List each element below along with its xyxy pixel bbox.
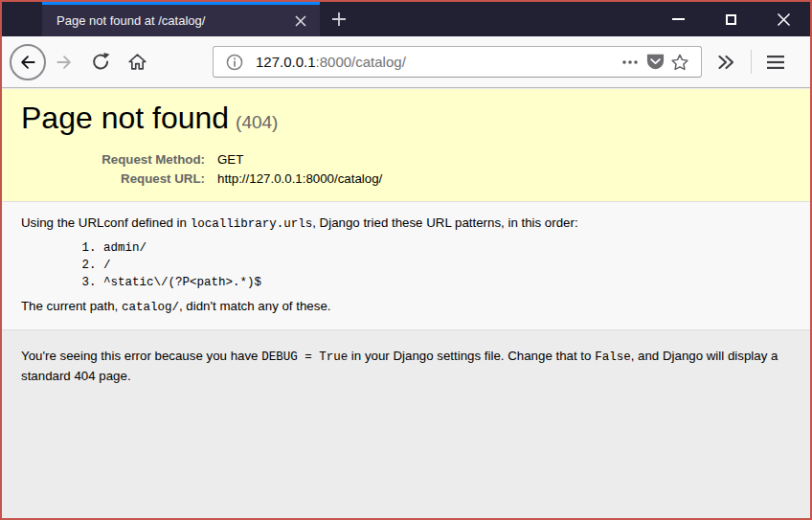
- explanation-text: You're seeing this error because you hav…: [21, 349, 261, 363]
- current-path-line: The current path, catalog/, didn't match…: [21, 298, 791, 317]
- tab-title: Page not found at /catalog/: [56, 13, 289, 28]
- table-row: Request Method: GET: [21, 150, 386, 170]
- overflow-chevrons-icon[interactable]: [710, 44, 742, 80]
- nav-toolbar: 127.0.0.1:8000/catalog/: [2, 36, 810, 88]
- explanation-text: in your Django settings file. Change tha…: [348, 349, 595, 363]
- urlconf-intro-text: Using the URLconf defined in: [21, 215, 191, 230]
- status-code: (404): [236, 112, 278, 132]
- urlconf-intro: Using the URLconf defined in locallibrar…: [21, 215, 791, 234]
- bookmark-star-icon[interactable]: [667, 50, 692, 75]
- debug-explanation: You're seeing this error because you hav…: [2, 330, 810, 403]
- titlebar: Page not found at /catalog/: [2, 2, 810, 36]
- debug-true-code: DEBUG = True: [261, 350, 348, 364]
- site-info-icon[interactable]: [222, 50, 247, 75]
- urlconf-intro-tail: , Django tried these URL patterns, in th…: [312, 215, 577, 230]
- hamburger-menu-icon[interactable]: [758, 44, 793, 80]
- back-icon[interactable]: [10, 44, 46, 80]
- request-method-value: GET: [214, 150, 386, 170]
- error-summary: Page not found(404) Request Method: GET …: [2, 89, 810, 202]
- debug-false-code: False: [595, 350, 631, 364]
- home-icon[interactable]: [119, 44, 155, 80]
- minimize-icon[interactable]: [652, 2, 705, 36]
- refresh-icon[interactable]: [82, 44, 119, 80]
- page-content: Page not found(404) Request Method: GET …: [2, 89, 810, 518]
- close-icon[interactable]: [757, 2, 810, 36]
- request-url-value: http://127.0.0.1:8000/catalog/: [214, 170, 386, 189]
- maximize-icon[interactable]: [705, 2, 757, 36]
- url-input[interactable]: 127.0.0.1:8000/catalog/: [256, 54, 618, 70]
- list-item: admin/: [103, 239, 791, 257]
- request-method-label: Request Method:: [21, 150, 214, 170]
- forward-icon[interactable]: [46, 44, 82, 80]
- request-url-label: Request URL:: [21, 170, 214, 189]
- browser-tab[interactable]: Page not found at /catalog/: [42, 2, 320, 36]
- window-controls: [652, 2, 810, 36]
- toolbar-separator: [751, 50, 752, 74]
- current-path-text: The current path,: [21, 299, 122, 313]
- pocket-icon[interactable]: [643, 50, 667, 75]
- current-path-value: catalog/: [122, 301, 179, 314]
- tab-close-icon[interactable]: [289, 10, 312, 33]
- table-row: Request URL: http://127.0.0.1:8000/catal…: [21, 170, 386, 189]
- page-title-text: Page not found: [21, 101, 229, 135]
- url-pattern-list: admin/ / ^static\/(?P<path>.*)$: [65, 239, 791, 291]
- browser-window: Page not found at /catalog/: [0, 0, 812, 520]
- url-bar[interactable]: 127.0.0.1:8000/catalog/: [213, 46, 702, 78]
- page-actions-dots-icon[interactable]: [618, 50, 643, 75]
- list-item: ^static\/(?P<path>.*)$: [103, 274, 791, 291]
- page-title: Page not found(404): [21, 101, 791, 136]
- request-meta-table: Request Method: GET Request URL: http://…: [21, 150, 386, 189]
- urlconf-info: Using the URLconf defined in locallibrar…: [2, 202, 810, 330]
- list-item: /: [103, 257, 791, 274]
- new-tab-icon[interactable]: [326, 7, 352, 32]
- current-path-tail: , didn't match any of these.: [179, 299, 331, 313]
- url-path: :8000/catalog/: [316, 54, 406, 70]
- url-host: 127.0.0.1: [256, 54, 316, 70]
- urlconf-module: locallibrary.urls: [191, 217, 313, 231]
